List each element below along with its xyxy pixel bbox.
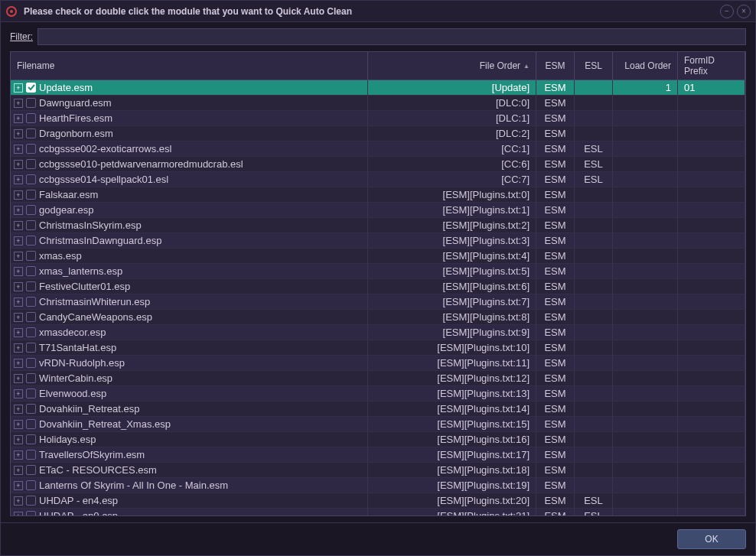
expand-icon[interactable]: + (14, 420, 23, 429)
row-checkbox[interactable] (26, 205, 36, 215)
expand-icon[interactable]: + (14, 252, 23, 261)
table-body[interactable]: +Update.esm[Update]ESM101+Dawnguard.esm[… (11, 80, 745, 515)
row-checkbox[interactable] (26, 434, 36, 444)
expand-icon[interactable]: + (14, 99, 23, 108)
row-checkbox[interactable] (26, 251, 36, 261)
load-order-cell (613, 356, 678, 370)
table-row[interactable]: +xmasdecor.esp[ESM][Plugins.txt:9]ESM (11, 325, 745, 340)
table-row[interactable]: +ChristmasInSkyrim.esp[ESM][Plugins.txt:… (11, 218, 745, 233)
row-checkbox[interactable] (26, 358, 36, 368)
row-checkbox[interactable] (26, 373, 36, 383)
table-row[interactable]: +Dovahkiin_Retreat_Xmas.esp[ESM][Plugins… (11, 417, 745, 432)
row-checkbox[interactable] (26, 404, 36, 414)
table-row[interactable]: +ccbgssse002-exoticarrows.esl[CC:1]ESMES… (11, 141, 745, 157)
expand-icon[interactable]: + (14, 114, 23, 123)
expand-icon[interactable]: + (14, 405, 23, 414)
expand-icon[interactable]: + (14, 206, 23, 215)
row-checkbox[interactable] (26, 220, 36, 230)
table-row[interactable]: +TravellersOfSkyrim.esm[ESM][Plugins.txt… (11, 447, 745, 463)
expand-icon[interactable]: + (14, 190, 23, 200)
expand-icon[interactable]: + (14, 328, 23, 337)
table-row[interactable]: +godgear.esp[ESM][Plugins.txt:1]ESM (11, 203, 745, 218)
row-checkbox[interactable] (26, 174, 36, 184)
table-row[interactable]: +UHDAP - en0.esp[ESM][Plugins.txt:21]ESM… (11, 509, 745, 515)
row-checkbox[interactable] (26, 159, 36, 169)
expand-icon[interactable]: + (14, 282, 23, 291)
table-row[interactable]: +ChristmasinWhiterun.esp[ESM][Plugins.tx… (11, 294, 745, 310)
row-checkbox[interactable] (26, 266, 36, 276)
table-row[interactable]: +HearthFires.esm[DLC:1]ESM (11, 111, 745, 126)
table-row[interactable]: +Holidays.esp[ESM][Plugins.txt:16]ESM (11, 432, 745, 447)
expand-icon[interactable]: + (14, 450, 23, 460)
table-row[interactable]: +Elvenwood.esp[ESM][Plugins.txt:13]ESM (11, 386, 745, 402)
table-row[interactable]: +ccbgssse014-spellpack01.esl[CC:7]ESMESL (11, 172, 745, 187)
expand-icon[interactable]: + (14, 512, 23, 516)
table-row[interactable]: +Dovahkiin_Retreat.esp[ESM][Plugins.txt:… (11, 402, 745, 417)
expand-icon[interactable]: + (14, 236, 23, 245)
table-row[interactable]: +ccbgssse010-petdwarvenarmoredmudcrab.es… (11, 157, 745, 172)
table-row[interactable]: +Lanterns Of Skyrim - All In One - Main.… (11, 478, 745, 493)
row-checkbox[interactable] (26, 312, 36, 322)
row-checkbox[interactable] (26, 389, 36, 398)
row-checkbox[interactable] (26, 83, 36, 93)
table-row[interactable]: +xmas.esp[ESM][Plugins.txt:4]ESM (11, 249, 745, 264)
table-row[interactable]: +Falskaar.esm[ESM][Plugins.txt:0]ESM (11, 187, 745, 203)
ok-button[interactable]: OK (677, 529, 746, 549)
filter-input[interactable] (37, 28, 746, 45)
table-row[interactable]: +Update.esm[Update]ESM101 (11, 80, 745, 96)
filename-text: ChristmasInSkyrim.esp (39, 219, 142, 231)
expand-icon[interactable]: + (14, 83, 23, 93)
row-checkbox[interactable] (26, 511, 36, 515)
row-checkbox[interactable] (26, 480, 36, 490)
row-checkbox[interactable] (26, 327, 36, 337)
row-checkbox[interactable] (26, 113, 36, 123)
row-checkbox[interactable] (26, 281, 36, 291)
table-row[interactable]: +WinterCabin.esp[ESM][Plugins.txt:12]ESM (11, 371, 745, 386)
column-esm[interactable]: ESM (536, 52, 575, 80)
table-row[interactable]: +ChristmasInDawnguard.esp[ESM][Plugins.t… (11, 233, 745, 249)
column-formid[interactable]: FormID Prefix (678, 52, 745, 80)
expand-icon[interactable]: + (14, 267, 23, 276)
table-row[interactable]: +UHDAP - en4.esp[ESM][Plugins.txt:20]ESM… (11, 493, 745, 509)
expand-icon[interactable]: + (14, 389, 23, 398)
expand-icon[interactable]: + (14, 145, 23, 154)
expand-icon[interactable]: + (14, 435, 23, 444)
expand-icon[interactable]: + (14, 481, 23, 490)
row-checkbox[interactable] (26, 190, 36, 200)
row-checkbox[interactable] (26, 144, 36, 154)
table-row[interactable]: +T71SantaHat.esp[ESM][Plugins.txt:10]ESM (11, 340, 745, 356)
column-file-order[interactable]: File Order (368, 52, 536, 80)
table-row[interactable]: +Dawnguard.esm[DLC:0]ESM (11, 96, 745, 111)
row-checkbox[interactable] (26, 128, 36, 138)
column-esl[interactable]: ESL (575, 52, 613, 80)
table-row[interactable]: +xmas_lanterns.esp[ESM][Plugins.txt:5]ES… (11, 264, 745, 279)
row-checkbox[interactable] (26, 297, 36, 307)
expand-icon[interactable]: + (14, 129, 23, 138)
table-row[interactable]: +FestiveClutter01.esp[ESM][Plugins.txt:6… (11, 279, 745, 294)
table-row[interactable]: +Dragonborn.esm[DLC:2]ESM (11, 126, 745, 141)
expand-icon[interactable]: + (14, 374, 23, 383)
column-filename[interactable]: Filename (11, 52, 368, 80)
column-load-order[interactable]: Load Order (613, 52, 678, 80)
expand-icon[interactable]: + (14, 160, 23, 169)
expand-icon[interactable]: + (14, 298, 23, 307)
minimize-button[interactable]: − (720, 5, 734, 18)
expand-icon[interactable]: + (14, 359, 23, 368)
table-row[interactable]: +CandyCaneWeapons.esp[ESM][Plugins.txt:8… (11, 310, 745, 325)
row-checkbox[interactable] (26, 450, 36, 460)
expand-icon[interactable]: + (14, 175, 23, 184)
expand-icon[interactable]: + (14, 343, 23, 353)
close-button[interactable]: × (737, 5, 751, 18)
row-checkbox[interactable] (26, 98, 36, 108)
row-checkbox[interactable] (26, 465, 36, 475)
table-row[interactable]: +ETaC - RESOURCES.esm[ESM][Plugins.txt:1… (11, 463, 745, 478)
expand-icon[interactable]: + (14, 313, 23, 322)
table-row[interactable]: +vRDN-Rudolph.esp[ESM][Plugins.txt:11]ES… (11, 356, 745, 371)
row-checkbox[interactable] (26, 496, 36, 506)
expand-icon[interactable]: + (14, 496, 23, 506)
expand-icon[interactable]: + (14, 466, 23, 475)
row-checkbox[interactable] (26, 419, 36, 429)
expand-icon[interactable]: + (14, 221, 23, 230)
row-checkbox[interactable] (26, 343, 36, 353)
row-checkbox[interactable] (26, 236, 36, 245)
